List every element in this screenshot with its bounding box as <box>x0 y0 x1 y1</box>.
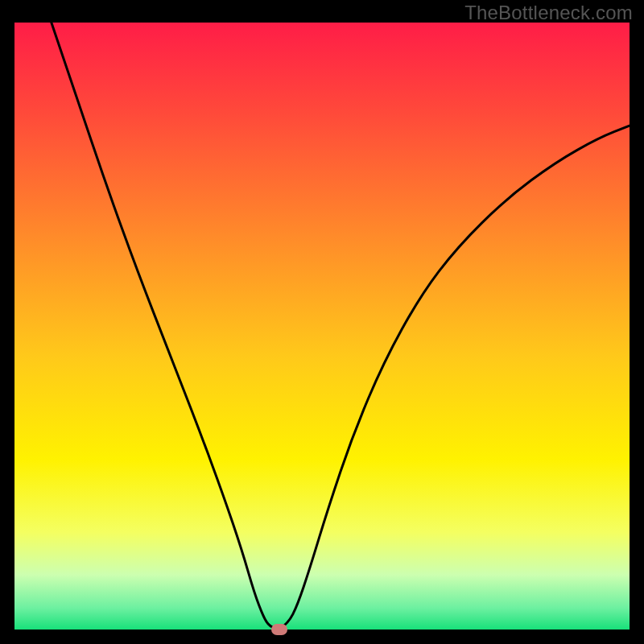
plot-inner <box>14 23 630 630</box>
minimum-marker <box>271 624 287 635</box>
plot-area <box>14 23 630 630</box>
chart-svg <box>14 23 630 630</box>
gradient-background <box>14 23 630 630</box>
watermark-text: TheBottleneck.com <box>464 2 633 24</box>
chart-container: TheBottleneck.com <box>0 0 644 644</box>
